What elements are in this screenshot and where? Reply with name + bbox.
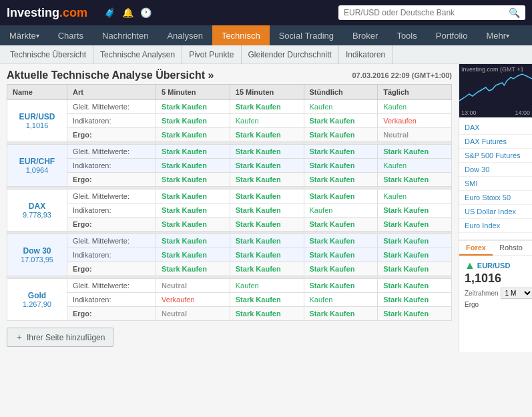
asset-link[interactable]: EUR/USD	[13, 112, 61, 121]
signal-value: Stark Kaufen	[236, 131, 281, 139]
forex-pair-name[interactable]: EUR/USD	[477, 262, 511, 270]
value-cell-d1: Kaufen	[378, 100, 452, 114]
nav-item-broker[interactable]: Broker	[343, 25, 387, 45]
sidebar-link-euro-index[interactable]: Euro Index	[459, 219, 532, 233]
value-cell-m15: Stark Kaufen	[230, 234, 304, 248]
signal-value: Stark Kaufen	[310, 220, 355, 228]
signal-value: Stark Kaufen	[236, 265, 281, 273]
value-cell-d1: Stark Kaufen	[378, 203, 452, 218]
signal-value: Stark Kaufen	[162, 206, 207, 214]
search-input[interactable]	[344, 8, 509, 17]
asset-link[interactable]: EUR/CHF	[13, 157, 61, 166]
sidebar-link-dax-futures[interactable]: DAX Futures	[459, 135, 532, 149]
value-cell-m15: Stark Kaufen	[230, 218, 304, 232]
nav-item-mehr[interactable]: Mehr	[477, 25, 519, 45]
signal-value: Stark Kaufen	[236, 103, 281, 111]
nav-item-portfolio[interactable]: Portfolio	[427, 25, 477, 45]
briefcase-icon[interactable]: 🧳	[104, 7, 115, 18]
row-label: Ergo:	[67, 128, 156, 142]
table-row: Dow 3017.073,95Gleit. Mittelwerte:Stark …	[7, 234, 452, 248]
value-cell-m5: Stark Kaufen	[156, 262, 230, 276]
main-nav: Märkte Charts Nachrichten Analysen Techn…	[0, 25, 532, 45]
subnav-item-ubersicht[interactable]: Technische Übersicht	[3, 45, 93, 64]
asset-link[interactable]: Dow 30	[13, 246, 61, 256]
subnav-item-analysen[interactable]: Technische Analysen	[93, 45, 182, 64]
table-row: DAX9.778,93Gleit. Mittelwerte:Stark Kauf…	[7, 189, 452, 203]
subnav-item-gleitend[interactable]: Gleitender Durchschnitt	[242, 45, 339, 64]
add-to-site-button[interactable]: ＋ Ihrer Seite hinzufügen	[7, 328, 113, 347]
signal-value: Neutral	[162, 310, 187, 318]
search-icon[interactable]: 🔍	[509, 7, 520, 18]
value-cell-m15: Stark Kaufen	[230, 307, 304, 321]
asset-cell-eur-usd: EUR/USD1,1016	[7, 100, 67, 142]
main-content: Aktuelle Technische Analyse Übersicht » …	[0, 64, 532, 352]
value-cell-d1: Verkaufen	[378, 114, 452, 128]
value-cell-m15: Stark Kaufen	[230, 262, 304, 276]
nav-item-social-trading[interactable]: Social Trading	[270, 25, 343, 45]
value-cell-d1: Stark Kaufen	[378, 145, 452, 159]
chart-time-start: 13:00	[461, 109, 477, 116]
value-cell-h1: Kaufen	[304, 100, 378, 114]
tab-rohsto[interactable]: Rohsto	[493, 241, 529, 256]
signal-value: Stark Kaufen	[310, 161, 355, 169]
nav-item-markte[interactable]: Märkte	[0, 25, 49, 45]
sidebar-links: DAX DAX Futures S&P 500 Futures Dow 30 S…	[459, 117, 532, 236]
row-label: Ergo:	[67, 218, 156, 232]
col-art: Art	[67, 85, 156, 100]
value-cell-d1: Kaufen	[378, 159, 452, 173]
signal-value: Stark Kaufen	[236, 206, 281, 214]
sidebar-link-usd-index[interactable]: US Dollar Index	[459, 205, 532, 219]
timestamp: 07.03.2016 22:09 (GMT+1:00)	[352, 71, 452, 79]
subnav-item-pivot[interactable]: Pivot Punkte	[182, 45, 241, 64]
value-cell-m15: Stark Kaufen	[230, 203, 304, 218]
signal-value: Stark Kaufen	[236, 220, 281, 228]
asset-price: 9.778,93	[23, 211, 51, 219]
clock-icon[interactable]: 🕐	[140, 7, 152, 18]
sidebar: Investing.com (GMT +1 13:00 14:00 DAX DA…	[459, 64, 532, 352]
value-cell-m5: Stark Kaufen	[156, 218, 230, 232]
asset-price: 17.073,95	[21, 256, 53, 264]
value-cell-h1: Stark Kaufen	[304, 248, 378, 262]
value-cell-m15: Kaufen	[230, 279, 304, 293]
forex-timeframe-select[interactable]: 1 M 5 M 15 M 1 H 1 D	[501, 288, 532, 299]
row-label: Gleit. Mittelwerte:	[67, 145, 156, 159]
subnav-item-indikatoren[interactable]: Indikatoren	[339, 45, 392, 64]
signal-value: Stark Kaufen	[162, 103, 207, 111]
value-cell-m5: Neutral	[156, 307, 230, 321]
row-label: Gleit. Mittelwerte:	[67, 100, 156, 114]
value-cell-d1: Stark Kaufen	[378, 262, 452, 276]
bell-icon[interactable]: 🔔	[122, 7, 134, 18]
signal-value: Kaufen	[383, 103, 407, 111]
nav-item-nachrichten[interactable]: Nachrichten	[93, 25, 158, 45]
sidebar-link-sp500[interactable]: S&P 500 Futures	[459, 149, 532, 163]
value-cell-m5: Stark Kaufen	[156, 234, 230, 248]
signal-value: Stark Kaufen	[236, 147, 281, 155]
nav-item-tools[interactable]: Tools	[387, 25, 426, 45]
sidebar-link-smi[interactable]: SMI	[459, 177, 532, 191]
nav-item-charts[interactable]: Charts	[49, 25, 93, 45]
content-area: Aktuelle Technische Analyse Übersicht » …	[0, 64, 459, 352]
asset-link[interactable]: DAX	[13, 201, 61, 211]
value-cell-m5: Stark Kaufen	[156, 248, 230, 262]
signal-value: Stark Kaufen	[310, 251, 355, 259]
asset-cell-dow---: Dow 3017.073,95	[7, 234, 67, 276]
sidebar-link-dax[interactable]: DAX	[459, 121, 532, 135]
asset-price: 1,0964	[26, 166, 49, 174]
value-cell-m15: Stark Kaufen	[230, 100, 304, 114]
nav-item-technisch[interactable]: Technisch	[212, 25, 270, 45]
row-label: Gleit. Mittelwerte:	[67, 279, 156, 293]
value-cell-m5: Stark Kaufen	[156, 145, 230, 159]
nav-item-analysen[interactable]: Analysen	[158, 25, 212, 45]
signal-value: Stark Kaufen	[310, 175, 355, 183]
asset-link[interactable]: Gold	[13, 291, 61, 300]
sidebar-link-dow30[interactable]: Dow 30	[459, 163, 532, 177]
value-cell-h1: Stark Kaufen	[304, 262, 378, 276]
table-row: Indikatoren:VerkaufenStark KaufenKaufenS…	[7, 293, 452, 307]
asset-cell-dax: DAX9.778,93	[7, 189, 67, 232]
sidebar-link-eurostoxx[interactable]: Euro Stoxx 50	[459, 191, 532, 205]
tab-forex[interactable]: Forex	[459, 241, 493, 256]
row-label: Gleit. Mittelwerte:	[67, 234, 156, 248]
logo[interactable]: Investing.com	[7, 6, 87, 20]
value-cell-m15: Stark Kaufen	[230, 145, 304, 159]
signal-value: Stark Kaufen	[383, 206, 429, 214]
